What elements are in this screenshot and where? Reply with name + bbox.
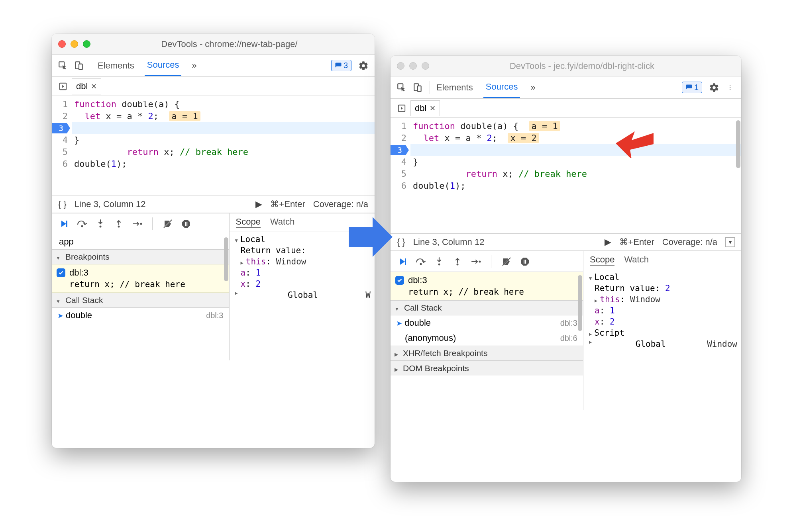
close-icon[interactable]: ✕: [430, 104, 436, 113]
file-tab-dbl[interactable]: dbl ✕: [410, 100, 440, 116]
xhr-header[interactable]: XHR/fetch Breakpoints: [391, 346, 583, 361]
maximize-icon[interactable]: [83, 40, 90, 48]
step-out-icon[interactable]: [450, 254, 465, 269]
scope-body: Local Return value: 2 this: Window a: 1 …: [583, 269, 741, 410]
run-icon[interactable]: ▶: [255, 199, 262, 209]
tab-more[interactable]: »: [528, 78, 538, 98]
scrollbar-thumb[interactable]: [224, 237, 228, 281]
braces-icon[interactable]: { }: [397, 237, 405, 247]
step-over-icon[interactable]: [75, 217, 89, 231]
breakpoint-item[interactable]: dbl:3 return x; // break here: [391, 272, 583, 300]
tab-elements[interactable]: Elements: [434, 78, 475, 98]
section-label: DOM Breakpoints: [403, 364, 469, 373]
device-icon[interactable]: [410, 80, 426, 96]
minimize-icon[interactable]: [71, 40, 78, 48]
callstack-header[interactable]: Call Stack: [391, 300, 583, 315]
issues-badge[interactable]: 1: [682, 82, 702, 93]
minimize-icon[interactable]: [409, 62, 417, 70]
scope-row[interactable]: this: Window: [587, 294, 737, 305]
scope-panel: Scope Watch Local Return value: 2 this: …: [583, 251, 741, 410]
issues-badge[interactable]: 3: [331, 60, 351, 71]
step-out-icon[interactable]: [112, 217, 126, 231]
step-icon[interactable]: [130, 217, 144, 231]
tab-elements[interactable]: Elements: [95, 56, 137, 76]
tab-sources[interactable]: Sources: [483, 77, 520, 98]
tab-scope[interactable]: Scope: [236, 217, 261, 228]
run-icon[interactable]: ▶: [605, 237, 611, 247]
inline-value: a = 1: [529, 121, 560, 131]
scrollbar-thumb[interactable]: [736, 120, 740, 168]
breakpoint-marker[interactable]: 3: [52, 123, 70, 133]
titlebar: DevTools - chrome://new-tab-page/: [52, 34, 375, 55]
tab-watch[interactable]: Watch: [624, 254, 649, 266]
svg-point-6: [100, 225, 102, 227]
tab-sources[interactable]: Sources: [145, 55, 182, 76]
close-icon[interactable]: [397, 62, 404, 70]
deactivate-breakpoints-icon[interactable]: [161, 217, 175, 231]
file-tab-label: dbl: [76, 81, 88, 92]
tab-more[interactable]: »: [189, 56, 199, 76]
scope-global[interactable]: GlobalWindow: [587, 338, 737, 350]
navigator-icon[interactable]: [393, 100, 410, 116]
inspect-icon[interactable]: [394, 80, 410, 96]
checkbox-icon[interactable]: [395, 276, 404, 285]
sidebar-item[interactable]: app: [52, 234, 229, 249]
run-shortcut: ⌘+Enter: [270, 199, 305, 209]
run-shortcut: ⌘+Enter: [619, 237, 654, 247]
callstack-row[interactable]: ➤double dbl:3: [52, 308, 229, 323]
breakpoint-item[interactable]: dbl:3 return x; // break here: [52, 264, 229, 293]
scope-row: a: 1: [587, 305, 737, 316]
checkbox-icon[interactable]: [57, 268, 65, 277]
kebab-icon[interactable]: ⋮: [722, 80, 738, 96]
close-icon[interactable]: [58, 40, 66, 48]
section-label: Breakpoints: [65, 252, 110, 262]
braces-icon[interactable]: { }: [58, 199, 67, 209]
file-tab-dbl[interactable]: dbl ✕: [72, 78, 101, 94]
deactivate-breakpoints-icon[interactable]: [499, 254, 514, 269]
device-icon[interactable]: [71, 58, 87, 74]
debugger-left: app Breakpoints dbl:3 return x; // break…: [52, 213, 230, 360]
resume-icon[interactable]: [57, 217, 71, 231]
scrollbar-thumb[interactable]: [578, 275, 582, 331]
expand-icon[interactable]: ▾: [725, 237, 735, 247]
annotation-arrow-red: [614, 126, 658, 158]
dom-header[interactable]: DOM Breakpoints: [391, 361, 583, 376]
call-location: dbl:3: [206, 311, 223, 320]
step-into-icon[interactable]: [93, 217, 108, 231]
window-title: DevTools - jec.fyi/demo/dbl-right-click: [429, 61, 735, 71]
inspect-icon[interactable]: [55, 58, 71, 74]
code-area[interactable]: function double(a) { a = 1 let x = a * 2…: [410, 118, 741, 233]
svg-rect-4: [66, 221, 67, 227]
svg-rect-17: [405, 258, 406, 265]
breakpoint-marker[interactable]: 3: [391, 145, 409, 155]
step-into-icon[interactable]: [432, 254, 446, 269]
tab-watch[interactable]: Watch: [270, 217, 295, 228]
navigator-icon[interactable]: [54, 78, 72, 94]
callstack-header[interactable]: Call Stack: [52, 293, 229, 308]
code-area[interactable]: function double(a) { let x = a * 2; a = …: [72, 96, 375, 196]
callstack-row[interactable]: (anonymous) dbl:6: [391, 331, 583, 346]
pause-exceptions-icon[interactable]: [518, 254, 532, 269]
gear-icon[interactable]: [706, 80, 722, 96]
breakpoints-header[interactable]: Breakpoints: [52, 249, 229, 264]
section-label: XHR/fetch Breakpoints: [403, 348, 487, 358]
close-icon[interactable]: ✕: [91, 82, 97, 91]
line-gutter: 123456: [52, 96, 72, 196]
breakpoint-label: dbl:3: [69, 268, 88, 278]
coverage-label: Coverage: n/a: [662, 237, 717, 247]
devtools-window-2: DevTools - jec.fyi/demo/dbl-right-click …: [391, 56, 741, 482]
scope-local[interactable]: Local: [587, 272, 737, 283]
step-icon[interactable]: [469, 254, 483, 269]
scope-script[interactable]: Script: [587, 327, 737, 338]
pause-exceptions-icon[interactable]: [179, 217, 193, 231]
step-over-icon[interactable]: [414, 254, 428, 269]
cursor-position: Line 3, Column 12: [413, 237, 485, 247]
callstack-row[interactable]: ➤double dbl:3: [391, 315, 583, 331]
gear-icon[interactable]: [355, 58, 371, 74]
svg-point-8: [140, 223, 142, 225]
section-label: Call Stack: [404, 303, 442, 313]
scope-global[interactable]: GlobalW: [234, 289, 371, 301]
resume-icon[interactable]: [395, 254, 410, 269]
tab-scope[interactable]: Scope: [590, 254, 614, 266]
maximize-icon[interactable]: [422, 62, 429, 70]
